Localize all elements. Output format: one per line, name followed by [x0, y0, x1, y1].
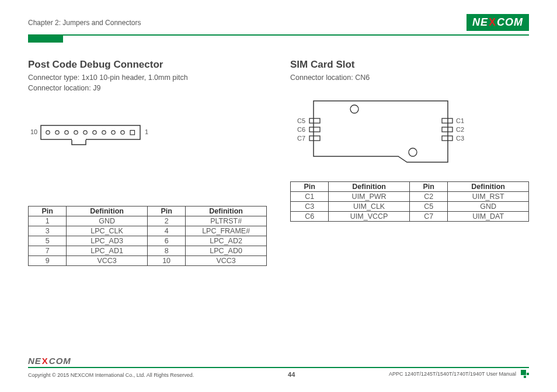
svg-point-13	[350, 105, 358, 113]
svg-rect-1	[72, 139, 86, 145]
svg-point-9	[102, 131, 106, 134]
th-def: Definition	[67, 206, 148, 216]
footer-brand: NEXCOM	[28, 356, 529, 366]
svg-point-14	[409, 148, 417, 156]
section-title-sim: SIM Card Slot	[290, 59, 529, 71]
svg-point-3	[46, 131, 50, 134]
section-title-postcode: Post Code Debug Connector	[28, 59, 267, 71]
postcode-pin-table: Pin Definition Pin Definition 1GND2PLTRS…	[28, 206, 267, 266]
postcode-diagram: 10 1	[28, 120, 267, 195]
svg-text:C3: C3	[456, 135, 464, 142]
footer-rule	[28, 367, 529, 368]
table-row: 3LPC_CLK4LPC_FRAME#	[29, 226, 267, 236]
sim-pin-table: Pin Definition Pin Definition C1UIM_PWRC…	[290, 181, 529, 222]
th-pin: Pin	[409, 181, 447, 191]
svg-text:C7: C7	[297, 135, 305, 142]
chapter-title: Chapter 2: Jumpers and Connectors	[28, 19, 141, 27]
sim-location: Connector location: CN6	[290, 73, 529, 83]
footer-squares-icon	[521, 370, 529, 378]
svg-point-8	[93, 131, 96, 134]
footer-manual: APPC 1240T/1245T/1540T/1740T/1940T User …	[389, 371, 516, 377]
postcode-type: Connector type: 1x10 10-pin header, 1.0m…	[28, 73, 267, 83]
footer-copyright: Copyright © 2015 NEXCOM International Co…	[28, 372, 194, 378]
svg-point-4	[55, 131, 59, 134]
table-row: 9VCC310VCC3	[29, 256, 267, 266]
svg-point-6	[74, 131, 78, 134]
svg-point-7	[83, 131, 87, 134]
svg-rect-15	[309, 118, 320, 123]
page-number: 44	[288, 371, 295, 378]
header-rule	[28, 34, 529, 36]
table-row: 7LPC_AD18LPC_AD0	[29, 246, 267, 256]
svg-point-11	[121, 131, 124, 134]
brand-x: X	[488, 16, 497, 29]
th-pin: Pin	[147, 206, 185, 216]
svg-text:C1: C1	[456, 117, 464, 124]
brand-pre: NE	[472, 16, 488, 29]
sim-diagram: C5 C6 C7 C1 C2 C3	[290, 95, 529, 171]
table-row: 5LPC_AD36LPC_AD2	[29, 236, 267, 246]
th-def: Definition	[186, 206, 267, 216]
svg-rect-17	[309, 136, 320, 141]
table-row: C6UIM_VCCPC7UIM_DAT	[291, 211, 529, 221]
table-row: C1UIM_PWRC2UIM_RST	[291, 191, 529, 201]
svg-rect-22	[442, 127, 452, 132]
th-def: Definition	[448, 181, 529, 191]
svg-text:C6: C6	[297, 126, 305, 133]
pin-label-10: 10	[30, 128, 37, 135]
header-tab	[28, 34, 63, 43]
brand-post: COM	[497, 16, 523, 29]
svg-rect-23	[442, 136, 452, 141]
svg-text:C5: C5	[297, 117, 305, 124]
table-row: 1GND2PLTRST#	[29, 216, 267, 226]
svg-point-5	[65, 131, 68, 134]
svg-point-10	[112, 131, 115, 134]
svg-text:C2: C2	[456, 126, 464, 133]
th-def: Definition	[329, 181, 410, 191]
svg-rect-12	[130, 131, 135, 135]
pin-label-1: 1	[145, 128, 148, 135]
table-row: C3UIM_CLKC5GND	[291, 201, 529, 211]
svg-rect-0	[41, 125, 140, 139]
brand-logo: NEXCOM	[467, 14, 529, 31]
th-pin: Pin	[291, 181, 329, 191]
postcode-location: Connector location: J9	[28, 83, 267, 94]
th-pin: Pin	[29, 206, 67, 216]
svg-rect-21	[442, 118, 452, 123]
svg-rect-16	[309, 127, 320, 132]
